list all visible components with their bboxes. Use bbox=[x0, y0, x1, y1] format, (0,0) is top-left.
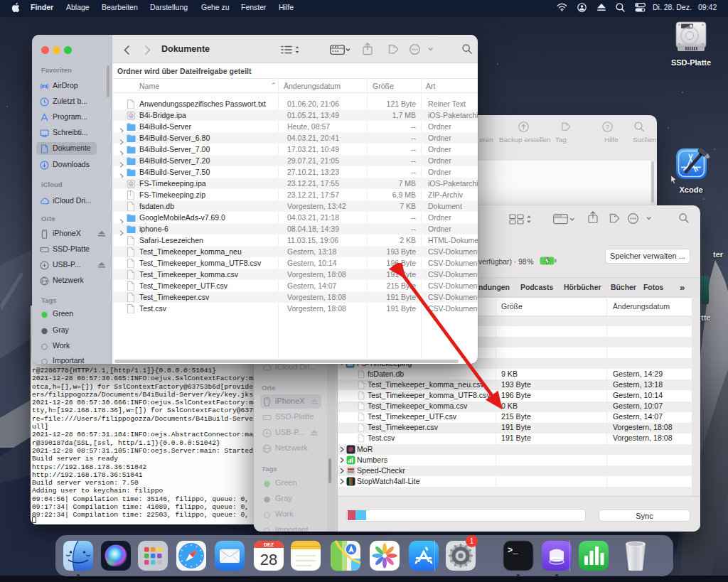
svg-text:?: ? bbox=[606, 124, 609, 131]
svg-text:>_: >_ bbox=[508, 546, 518, 556]
svg-text:28: 28 bbox=[260, 551, 277, 568]
svg-text:DEZ: DEZ bbox=[264, 542, 274, 547]
